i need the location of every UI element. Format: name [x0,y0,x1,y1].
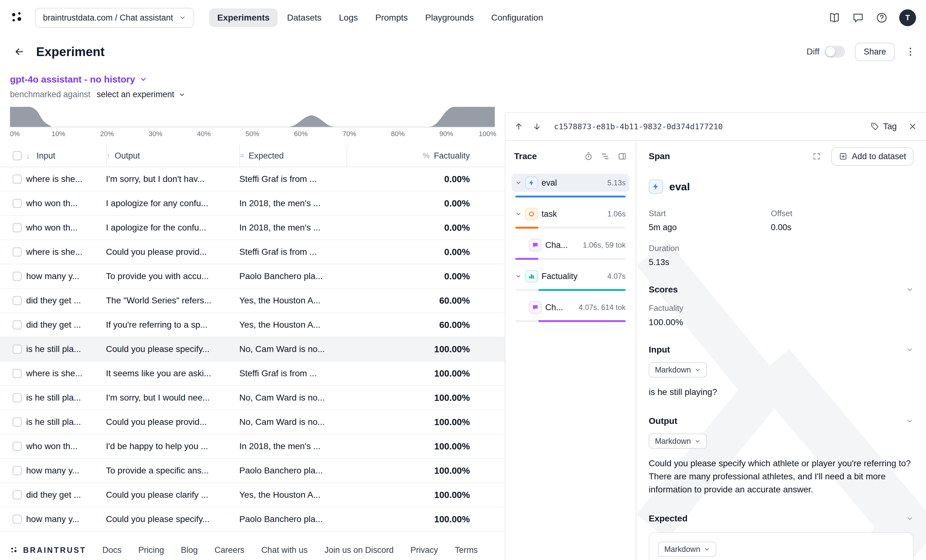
footer-link[interactable]: Careers [215,545,245,555]
input-format-select[interactable]: Markdown [649,362,707,377]
trace-row-factuality[interactable]: Factuality 4.07s [510,266,631,296]
cell-input: did they get ... [26,490,106,500]
braintrust-mark-icon [10,546,19,555]
cell-factuality: 60.00% [346,320,505,330]
expand-icon[interactable] [812,152,821,161]
share-button[interactable]: Share [855,43,895,61]
table-row[interactable]: did they get ... Could you please clarif… [0,483,505,507]
close-panel-button[interactable] [908,122,917,131]
chevron-down-icon[interactable] [906,515,914,522]
cell-output: I apologize for any confu... [106,198,239,208]
footer-link[interactable]: Terms [455,545,478,555]
column-header-output[interactable]: Output [115,151,140,161]
trace-toolbar-actions: Tag [870,122,917,131]
footer-link[interactable]: Pricing [138,545,164,555]
table-row[interactable]: is he still pla... I'm sorry, but I woul… [0,386,505,410]
footer-link[interactable]: Docs [103,545,122,555]
table-row[interactable]: where is she... Could you please provid.… [0,240,505,264]
cell-factuality: 100.00% [346,514,505,524]
column-header-factuality[interactable]: Factuality [434,151,470,161]
nav-tab[interactable]: Prompts [367,8,416,27]
nav-tab[interactable]: Logs [331,8,366,27]
layout-panel-icon[interactable] [617,152,627,161]
expected-format-select[interactable]: Markdown [658,542,716,557]
row-checkbox[interactable] [12,247,22,257]
cell-expected: No, Cam Ward is no... [239,344,346,354]
footer-link[interactable]: Privacy [410,545,438,555]
span-meta: Start 5m ago Offset 0.00s [649,209,914,232]
row-checkbox[interactable] [12,369,22,378]
help-icon[interactable] [876,12,888,24]
waterfall-icon[interactable] [601,152,610,161]
user-avatar[interactable]: T [899,9,916,26]
chevron-down-icon [515,180,522,186]
benchmark-select[interactable]: select an experiment [97,90,174,100]
trace-row-task[interactable]: task 1.06s [510,203,631,234]
table-row[interactable]: how many y... To provide a specific ans.… [0,459,505,483]
nav-tab[interactable]: Experiments [209,8,278,27]
input-text: is he still playing? [649,386,914,398]
select-all-checkbox[interactable] [12,151,22,160]
table-row[interactable]: who won th... I apologize for any confu.… [0,192,505,216]
add-to-dataset-button[interactable]: Add to dataset [831,147,914,166]
row-checkbox[interactable] [12,223,22,232]
duration-block: Duration 5.13s [649,243,914,267]
row-checkbox[interactable] [12,296,22,305]
column-header-expected[interactable]: Expected [249,151,284,161]
tag-button[interactable]: Tag [870,122,897,131]
chevron-down-icon[interactable] [906,417,914,425]
row-checkbox[interactable] [12,417,22,427]
footer-link[interactable]: Join us on Discord [324,545,393,555]
table-row[interactable]: did they get ... If you're referring to … [0,313,505,337]
row-checkbox[interactable] [12,272,22,281]
app-root: braintrustdata.com / Chat assistant Expe… [0,0,926,560]
footer-link[interactable]: Blog [181,545,198,555]
benchmark-row: benchmarked against select an experiment [10,90,495,100]
timer-icon[interactable] [584,152,593,161]
chat-icon [529,239,542,251]
trace-row-chat-completion[interactable]: Ch... 4.07s, 614 tok [510,296,631,328]
axis-tick-label: 10% [52,130,65,138]
chevron-down-icon[interactable] [906,346,914,353]
table-row[interactable]: who won th... I'd be happy to help you .… [0,435,505,459]
row-checkbox[interactable] [12,199,22,208]
table-row[interactable]: who won th... I apologize for the confu.… [0,216,505,240]
cell-input: is he still pla... [26,417,106,427]
table-row[interactable]: is he still pla... Could you please spec… [0,337,505,362]
diff-toggle[interactable] [825,46,845,57]
trace-row-chat-completion[interactable]: Cha... 1.06s, 59 tok [510,234,631,266]
diff-label: Diff [806,47,819,57]
prev-row-button[interactable] [514,122,524,131]
back-button[interactable] [10,42,29,61]
row-checkbox[interactable] [12,174,22,184]
table-row[interactable]: how many y... Could you please specify..… [0,507,505,532]
experiment-switcher[interactable]: gpt-4o assistant - no history [10,74,495,85]
braintrust-logo[interactable] [10,10,25,25]
row-checkbox[interactable] [12,442,22,451]
output-format-select[interactable]: Markdown [649,433,707,449]
table-row[interactable]: where is she... It seems like you are as… [0,362,505,386]
feedback-icon[interactable] [852,12,864,24]
histogram[interactable] [10,107,495,127]
row-checkbox[interactable] [12,344,22,354]
trace-row-eval[interactable]: eval 5.13s [510,172,631,203]
footer-link[interactable]: Chat with us [262,545,308,555]
row-checkbox[interactable] [12,490,22,500]
table-row[interactable]: where is she... I'm sorry, but I don't h… [0,167,505,192]
table-row[interactable]: did they get ... The "World Series" refe… [0,289,505,313]
overflow-menu-button[interactable] [905,46,916,57]
row-checkbox[interactable] [12,320,22,329]
nav-tab[interactable]: Playgrounds [417,8,482,27]
nav-tab[interactable]: Configuration [483,8,551,27]
docs-icon[interactable] [828,12,841,24]
row-checkbox[interactable] [12,466,22,475]
next-row-button[interactable] [532,122,542,131]
row-checkbox[interactable] [12,393,22,402]
table-row[interactable]: is he still pla... Could you please prov… [0,410,505,435]
org-project-switcher[interactable]: braintrustdata.com / Chat assistant [35,8,194,28]
nav-tab[interactable]: Datasets [279,8,330,27]
column-header-input[interactable]: Input [37,151,56,160]
chevron-down-icon[interactable] [906,286,914,293]
row-checkbox[interactable] [12,515,22,524]
table-row[interactable]: how many y... To provide you with accu..… [0,264,505,289]
